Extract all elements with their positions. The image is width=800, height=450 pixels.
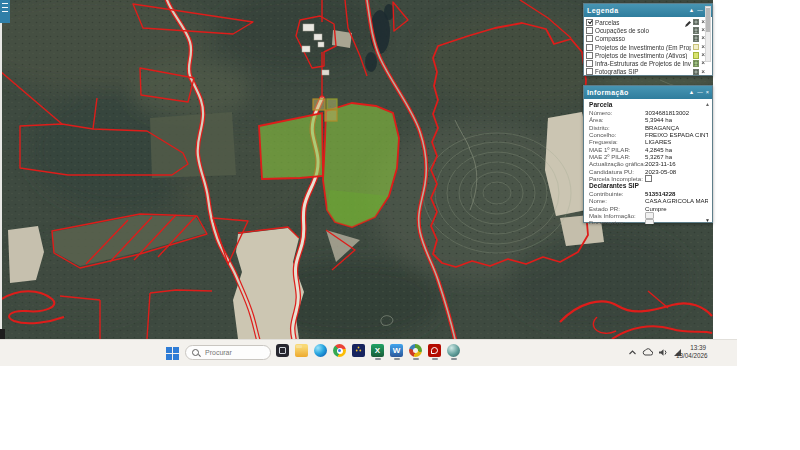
legend-panel: Legenda ▲ — × Parcelas×Ocupações de solo… [583,3,713,76]
info-row: Número:3034681813002 [589,109,708,116]
desktop-screen: Legenda ▲ — × Parcelas×Ocupações de solo… [0,0,737,365]
info-row: Documentos: [589,219,708,224]
layer-symbol-icon [693,19,700,26]
legend-item[interactable]: Compasso× [586,35,705,43]
info-row: MAE 1º PILAR:4,2845 ha [589,145,708,152]
info-close-icon[interactable]: × [706,90,709,96]
layer-label: Compasso [595,35,691,42]
legend-titlebar[interactable]: Legenda ▲ — × [584,4,712,17]
no-indicator [299,358,305,360]
info-row-value: FREIXO ESPADA CINTA [645,131,708,138]
file-explorer-icon[interactable] [295,344,308,360]
search-box[interactable] [185,345,271,360]
legend-items: Parcelas×Ocupações de solo×Compasso×Proj… [584,17,712,77]
info-collapse-icon[interactable]: ▲ [689,90,694,96]
system-tray [628,348,682,357]
legend-item[interactable]: × [586,76,705,77]
layer-checkbox[interactable] [586,19,593,26]
globe-app-icon[interactable] [447,344,460,360]
onedrive-icon[interactable] [642,348,653,357]
info-row-label: Distrito: [589,124,645,131]
clock-time: 13:39 [676,344,706,352]
volume-icon[interactable] [658,348,668,357]
info-row: Mais Informação: [589,212,708,219]
layer-symbol-icon [693,35,700,42]
info-row-value: 513514228 [645,190,676,197]
layer-symbol-icon [693,52,700,59]
layer-checkbox[interactable] [586,44,593,51]
info-row-value: LIGARES [645,138,671,145]
legend-title: Legenda [587,7,686,14]
layer-label: Projetos de Investimento (Ativos) [595,52,691,59]
info-minimize-icon[interactable]: — [697,90,703,96]
layer-symbol-icon [693,27,700,34]
navy-app-icon[interactable] [352,344,365,360]
layer-checkbox[interactable] [586,35,593,42]
info-row-label: Parcela Incompleta: [589,175,645,182]
info-row: Contribuinte:513514228 [589,190,708,197]
start-button[interactable] [166,347,179,360]
layer-symbol-icon [693,44,700,51]
info-titlebar[interactable]: Informação ▲ — × [584,86,712,99]
taskbar-clock[interactable]: 13:39 13/04/2026 [676,344,706,360]
layer-checkbox[interactable] [586,52,593,59]
taskbar-apps: XW [276,344,460,360]
info-checkbox[interactable] [645,175,652,182]
search-input[interactable] [203,348,267,357]
info-section-header: Parcela [589,101,708,109]
layer-symbol-icon [693,69,700,76]
info-row-label: Freguesia: [589,138,645,145]
layer-label: Infra-Estruturas de Projetos de Inves [595,60,691,67]
info-section-header: Declarantes SIP [589,182,708,190]
info-row-value: CASA AGRICOLA MARIANO P [645,197,708,204]
info-row-label: MAE 1º PILAR: [589,146,645,153]
info-scroll-up-icon[interactable]: ▲ [705,101,710,107]
info-row-label: Documentos: [589,219,645,224]
color-wheel-app-icon[interactable] [409,344,422,360]
edge-icon[interactable] [314,344,327,360]
legend-scrollbar-thumb[interactable] [706,8,710,32]
legend-scrollbar[interactable] [705,6,711,62]
info-row: Actualização gráfica:2023-11-16 [589,160,708,167]
info-row-label: Concelho: [589,131,645,138]
info-row-value: 2023-11-16 [645,160,676,167]
legend-item[interactable]: Projetos de Investimento (Em Propos× [586,43,705,51]
info-row-value: BRAGANÇA [645,124,679,131]
legend-minimize-icon[interactable]: — [697,8,703,14]
info-row-label: Número: [589,109,645,116]
info-row-value: 5,3944 ha [645,116,672,123]
tray-chevron-icon[interactable] [628,348,637,357]
word-icon[interactable]: W [390,344,403,360]
excel-icon[interactable]: X [371,344,384,360]
info-row-value: 2023-05-08 [645,168,676,175]
info-row: Candidatura PU:2023-05-08 [589,167,708,174]
legend-item[interactable]: Projetos de Investimento (Ativos)× [586,51,705,59]
info-row-label: Actualização gráfica: [589,160,645,167]
legend-item[interactable]: Infra-Estruturas de Projetos de Inves× [586,59,705,67]
chrome-icon[interactable] [333,344,346,360]
running-indicator [394,358,400,360]
info-row-label: MAE 2º PILAR: [589,153,645,160]
task-view-icon[interactable] [276,344,289,360]
legend-item[interactable]: Parcelas× [586,18,705,26]
layer-checkbox[interactable] [586,68,593,75]
layer-symbol-icon [693,60,700,67]
no-indicator [356,358,362,360]
info-row: Área:5,3944 ha [589,116,708,123]
info-link-icon[interactable] [645,219,654,224]
info-row-label: Contribuinte: [589,190,645,197]
legend-collapse-icon[interactable]: ▲ [689,8,694,14]
info-row-value: Cumpre [645,205,667,212]
map-menu-button[interactable] [0,0,10,23]
acrobat-icon[interactable] [428,344,441,360]
info-row: MAE 2º PILAR:5,3267 ha [589,153,708,160]
clock-date: 13/04/2026 [676,352,706,360]
layer-remove-icon[interactable]: × [701,69,705,76]
info-row: Distrito:BRAGANÇA [589,124,708,131]
legend-item[interactable]: Ocupações de solo× [586,26,705,34]
running-indicator [432,358,438,360]
info-scroll-down-icon[interactable]: ▼ [705,217,710,223]
layer-checkbox[interactable] [586,27,593,34]
layer-checkbox[interactable] [586,60,593,67]
legend-item[interactable]: Fotografias SIP× [586,68,705,76]
